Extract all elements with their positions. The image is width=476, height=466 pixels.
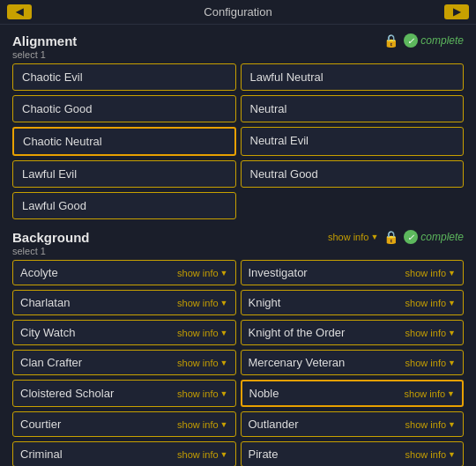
background-title: Background: [12, 230, 90, 245]
background-item-charlatan[interactable]: Charlatan show info ▼: [12, 290, 236, 315]
background-item-outlander-name: Outlander: [249, 418, 299, 431]
background-header-right: show info ▼ 🔒 ✓ complete: [328, 230, 464, 244]
background-item-knight-of-the-order-name: Knight of the Order: [249, 326, 346, 339]
background-complete-label: complete: [420, 231, 464, 243]
alignment-item-lawful-evil[interactable]: Lawful Evil: [12, 160, 236, 188]
background-lock-icon: 🔒: [383, 230, 398, 244]
forward-button[interactable]: ▶: [444, 4, 469, 19]
background-item-clan-crafter-name: Clan Crafter: [20, 356, 82, 369]
background-item-knight-of-the-order-show-info[interactable]: show info ▼: [405, 328, 456, 338]
page-title: Configuration: [32, 5, 444, 18]
background-item-knight-show-info[interactable]: show info ▼: [405, 298, 456, 308]
background-item-cloistered-scholar-show-info[interactable]: show info ▼: [177, 388, 227, 399]
alignment-item-neutral-evil[interactable]: Neutral Evil: [241, 127, 465, 156]
background-item-pirate-name: Pirate: [249, 448, 279, 461]
background-item-clan-crafter-show-info[interactable]: show info ▼: [177, 358, 227, 368]
alignment-title: Alignment: [12, 33, 77, 48]
alignment-complete-label: complete: [420, 34, 464, 47]
background-item-knight-name: Knight: [249, 296, 281, 309]
background-item-investigator-show-info[interactable]: show info ▼: [405, 268, 456, 278]
alignment-header-right: 🔒 ✓ complete: [383, 33, 464, 48]
alignment-item-chaotic-evil[interactable]: Chaotic Evil: [12, 63, 236, 91]
background-item-criminal[interactable]: Criminal show info ▼: [12, 441, 236, 466]
background-item-pirate-show-info[interactable]: show info ▼: [405, 449, 456, 460]
back-button[interactable]: ◀: [7, 4, 32, 19]
background-show-info-label: show info: [328, 232, 368, 242]
background-item-city-watch-name: City Watch: [20, 326, 75, 339]
background-check-icon: ✓: [404, 230, 418, 244]
alignment-subtitle: select 1: [12, 49, 77, 60]
background-item-acolyte-name: Acolyte: [20, 266, 58, 279]
background-item-investigator-name: Investigator: [249, 266, 308, 279]
background-item-pirate[interactable]: Pirate show info ▼: [241, 441, 465, 466]
background-item-mercenary-veteran-show-info[interactable]: show info ▼: [405, 358, 456, 368]
background-item-clan-crafter[interactable]: Clan Crafter show info ▼: [12, 350, 236, 375]
background-item-outlander-show-info[interactable]: show info ▼: [405, 419, 456, 430]
alignment-item-neutral-good[interactable]: Neutral Good: [241, 160, 465, 188]
alignment-item-chaotic-good[interactable]: Chaotic Good: [12, 95, 236, 122]
alignment-item-lawful-good[interactable]: Lawful Good: [12, 192, 236, 219]
background-header: Background select 1 show info ▼ 🔒 ✓ comp…: [12, 230, 464, 256]
top-bar: ◀ Configuration ▶: [0, 0, 476, 25]
background-item-cloistered-scholar-name: Cloistered Scholar: [20, 387, 114, 400]
background-item-cloistered-scholar[interactable]: Cloistered Scholar show info ▼: [12, 380, 236, 407]
background-item-criminal-show-info[interactable]: show info ▼: [177, 449, 227, 460]
alignment-item-lawful-neutral[interactable]: Lawful Neutral: [241, 63, 465, 91]
alignment-item-neutral[interactable]: Neutral: [241, 95, 465, 122]
alignment-header: Alignment select 1 🔒 ✓ complete: [12, 33, 464, 60]
background-item-charlatan-show-info[interactable]: show info ▼: [177, 298, 227, 308]
background-item-outlander[interactable]: Outlander show info ▼: [241, 411, 465, 437]
background-header-left: Background select 1: [12, 230, 90, 256]
alignment-section: Alignment select 1 🔒 ✓ complete Chaotic …: [0, 25, 476, 225]
alignment-header-left: Alignment select 1: [12, 33, 77, 60]
background-grid: Acolyte show info ▼ Investigator show in…: [12, 260, 464, 466]
background-show-info-link[interactable]: show info ▼: [328, 232, 378, 242]
background-item-noble-show-info[interactable]: show info ▼: [405, 388, 455, 399]
background-item-courtier[interactable]: Courtier show info ▼: [12, 411, 236, 437]
background-section: Background select 1 show info ▼ 🔒 ✓ comp…: [0, 225, 476, 466]
background-item-acolyte[interactable]: Acolyte show info ▼: [12, 260, 236, 285]
check-icon: ✓: [404, 33, 418, 48]
background-item-criminal-name: Criminal: [20, 448, 63, 461]
background-item-courtier-show-info[interactable]: show info ▼: [177, 419, 227, 430]
alignment-grid: Chaotic Evil Lawful Neutral Chaotic Good…: [12, 63, 464, 219]
background-item-courtier-name: Courtier: [20, 418, 61, 431]
alignment-item-chaotic-neutral[interactable]: Chaotic Neutral: [12, 127, 236, 156]
background-item-investigator[interactable]: Investigator show info ▼: [241, 260, 465, 285]
background-complete-badge: ✓ complete: [404, 230, 464, 244]
background-subtitle: select 1: [12, 246, 90, 256]
background-item-mercenary-veteran[interactable]: Mercenary Veteran show info ▼: [241, 350, 465, 375]
background-item-city-watch-show-info[interactable]: show info ▼: [177, 328, 227, 338]
background-item-knight-of-the-order[interactable]: Knight of the Order show info ▼: [241, 320, 465, 345]
background-item-noble-name: Noble: [249, 387, 279, 400]
background-item-charlatan-name: Charlatan: [20, 296, 70, 309]
background-show-info-arrow: ▼: [370, 233, 378, 241]
alignment-complete-badge: ✓ complete: [404, 33, 464, 48]
background-item-acolyte-show-info[interactable]: show info ▼: [177, 268, 227, 278]
background-item-noble[interactable]: Noble show info ▼: [241, 380, 465, 407]
background-item-knight[interactable]: Knight show info ▼: [241, 290, 465, 315]
background-item-city-watch[interactable]: City Watch show info ▼: [12, 320, 236, 345]
background-item-mercenary-veteran-name: Mercenary Veteran: [249, 356, 346, 369]
lock-icon: 🔒: [383, 33, 398, 48]
